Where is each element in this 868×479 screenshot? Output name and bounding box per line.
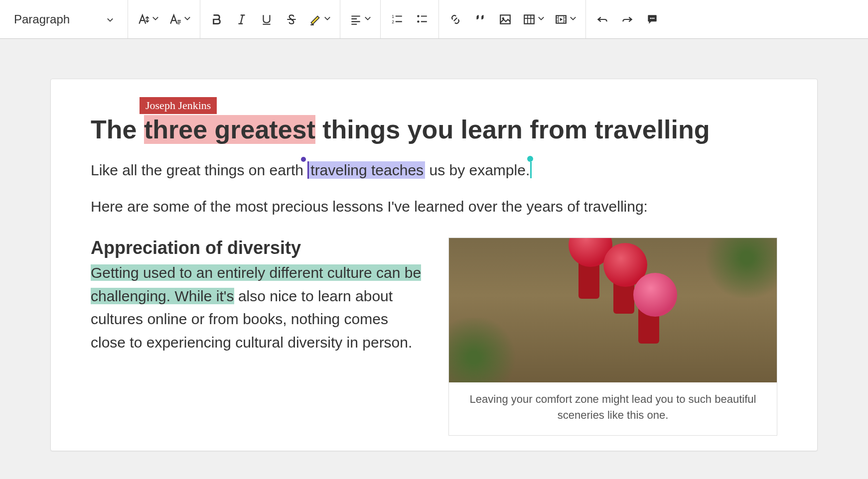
chevron-down-icon [570, 15, 577, 24]
font-size-button[interactable] [132, 7, 164, 32]
body-paragraph[interactable]: Getting used to an entirely different cu… [91, 261, 424, 354]
svg-text:1: 1 [392, 13, 394, 18]
alignment-group [340, 0, 381, 38]
paragraph-style-group: Paragraph [0, 0, 128, 38]
caret-cyan-icon [527, 156, 533, 162]
list-group: 12 [381, 0, 439, 38]
caret-cyan: us by example. [429, 162, 532, 178]
collaborator-tag-red: Joseph Jenkins [140, 97, 217, 114]
italic-button[interactable] [229, 7, 254, 32]
table-button[interactable] [518, 7, 550, 32]
chevron-down-icon [184, 15, 191, 24]
svg-point-9 [652, 17, 653, 19]
selection-red: three greatest [144, 115, 315, 144]
editor-canvas: Joseph Jenkins The three greatest things… [0, 39, 868, 451]
svg-point-2 [417, 15, 419, 17]
redo-button[interactable] [615, 7, 640, 32]
paragraph-style-dropdown[interactable]: Paragraph [4, 12, 124, 26]
insert-group [439, 0, 586, 38]
bulleted-list-button[interactable] [410, 7, 434, 32]
blockquote-button[interactable] [468, 7, 493, 32]
formatting-toolbar: Paragraph [0, 0, 868, 39]
p1-text-mid: us by example. [429, 162, 530, 178]
text-format-group [200, 0, 340, 38]
font-group [128, 0, 200, 38]
chevron-down-icon [107, 12, 114, 26]
paragraph-2[interactable]: Here are some of the most precious lesso… [91, 195, 777, 218]
heading-2[interactable]: Appreciation of diversity [91, 238, 424, 258]
font-family-button[interactable] [164, 7, 196, 32]
caret-purple-icon [301, 157, 306, 162]
selection-purple: traveling teaches [307, 161, 425, 179]
undo-button[interactable] [590, 7, 615, 32]
heading-1[interactable]: Joseph Jenkins The three greatest things… [91, 114, 777, 145]
svg-rect-6 [524, 15, 534, 23]
svg-point-10 [653, 17, 655, 19]
two-column-layout: Appreciation of diversity Getting used t… [91, 238, 777, 436]
underline-button[interactable] [254, 7, 279, 32]
chevron-down-icon [538, 15, 545, 24]
bold-button[interactable] [204, 7, 229, 32]
strikethrough-button[interactable] [279, 7, 304, 32]
chevron-down-icon [324, 15, 331, 24]
paragraph-style-label: Paragraph [14, 12, 70, 26]
svg-point-3 [417, 20, 419, 22]
numbered-list-button[interactable]: 12 [385, 7, 410, 32]
svg-point-8 [650, 17, 651, 19]
document-page[interactable]: Joseph Jenkins The three greatest things… [50, 79, 818, 451]
chevron-down-icon [152, 15, 159, 24]
image-figure[interactable]: Leaving your comfort zone might lead you… [448, 238, 777, 436]
image-button[interactable] [493, 7, 518, 32]
highlight-button[interactable] [304, 7, 336, 32]
image-caption[interactable]: Leaving your comfort zone might lead you… [449, 382, 777, 435]
image-placeholder [449, 238, 777, 382]
media-button[interactable] [550, 7, 581, 32]
column-left: Appreciation of diversity Getting used t… [91, 238, 424, 354]
link-button[interactable] [443, 7, 468, 32]
h1-text-post: things you learn from travelling [315, 115, 710, 144]
h1-text-pre: The [91, 115, 144, 144]
align-button[interactable] [344, 7, 376, 32]
chevron-down-icon [364, 15, 371, 24]
p1-text-pre: Like all the great things on earth [91, 162, 303, 178]
comment-button[interactable] [640, 7, 665, 32]
selection-purple-wrap: traveling teaches [303, 162, 430, 178]
svg-text:2: 2 [392, 19, 394, 24]
history-group [586, 0, 669, 38]
paragraph-1[interactable]: Like all the great things on earth trave… [91, 159, 777, 181]
